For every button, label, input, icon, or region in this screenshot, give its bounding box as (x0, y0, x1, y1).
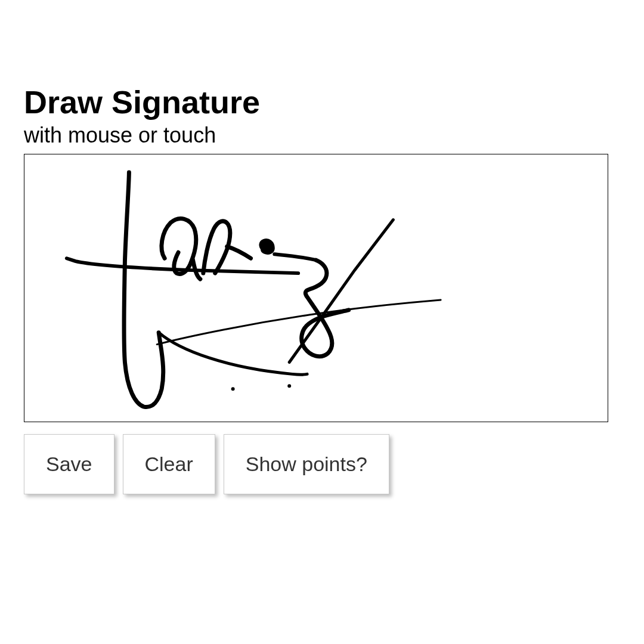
show-points-button[interactable]: Show points? (224, 434, 389, 494)
page-title: Draw Signature (24, 83, 620, 120)
button-row: Save Clear Show points? (24, 434, 620, 494)
clear-button[interactable]: Clear (123, 434, 215, 494)
svg-point-0 (231, 387, 235, 391)
signature-drawing (24, 154, 608, 422)
svg-point-1 (287, 384, 291, 388)
page-subtitle: with mouse or touch (24, 123, 620, 148)
save-button[interactable]: Save (24, 434, 114, 494)
signature-canvas[interactable] (24, 154, 608, 422)
